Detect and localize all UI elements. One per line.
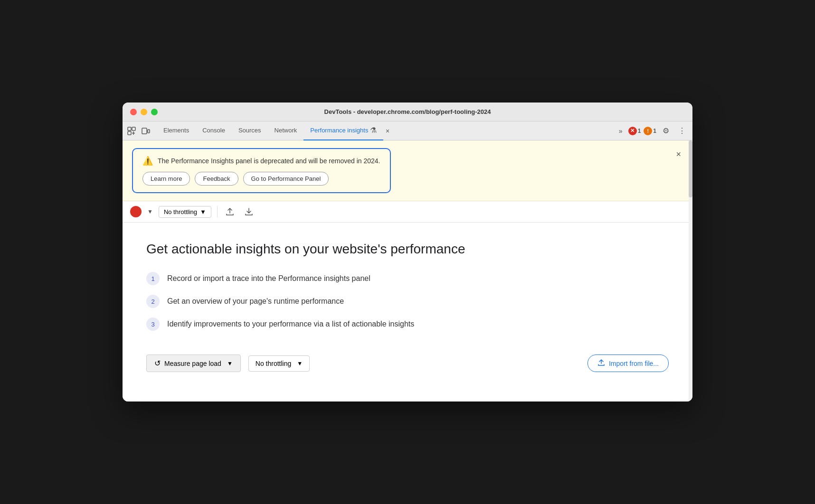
warning-triangle-icon: ⚠️ — [142, 156, 153, 166]
import-icon — [597, 359, 605, 368]
throttling-select-bottom[interactable]: No throttling ▼ — [248, 355, 310, 372]
step-number-1: 1 — [146, 272, 160, 285]
main-title: Get actionable insights on your website'… — [146, 242, 669, 257]
tab-performance-insights[interactable]: Performance insights ⚗ — [303, 121, 383, 140]
scrollbar-thumb[interactable] — [689, 140, 692, 197]
more-menu-button[interactable]: ⋮ — [675, 124, 689, 138]
step-number-3: 3 — [146, 317, 160, 331]
deprecation-banner: ⚠️ The Performance Insights panel is dep… — [123, 140, 692, 201]
step-text-3: Identify improvements to your performanc… — [167, 320, 414, 328]
import-from-file-button[interactable]: Import from file... — [588, 355, 669, 372]
devtools-icons — [126, 126, 151, 136]
error-icon: ✕ — [628, 127, 637, 135]
go-to-performance-panel-button[interactable]: Go to Performance Panel — [243, 172, 329, 186]
download-button[interactable] — [242, 205, 256, 218]
panel-content: ⚠️ The Performance Insights panel is dep… — [123, 140, 692, 401]
refresh-icon: ↺ — [154, 359, 161, 368]
tab-bar: Elements Console Sources Network Perform… — [123, 121, 692, 140]
feedback-button[interactable]: Feedback — [195, 172, 238, 186]
svg-rect-0 — [128, 127, 131, 131]
step-item-1: 1 Record or import a trace into the Perf… — [146, 272, 669, 285]
warning-badge-icon: ! — [644, 127, 652, 135]
panel-toolbar: ▼ No throttling ▼ — [123, 201, 692, 223]
step-item-2: 2 Get an overview of your page's runtime… — [146, 295, 669, 308]
settings-button[interactable]: ⚙ — [659, 124, 673, 138]
device-toggle-icon[interactable] — [141, 126, 151, 136]
record-dropdown-arrow[interactable]: ▼ — [147, 208, 153, 215]
tab-close-button[interactable]: × — [383, 127, 392, 135]
bottom-actions: ↺ Measure page load ▼ No throttling ▼ — [146, 355, 669, 372]
window-title: DevTools - developer.chrome.com/blog/per… — [324, 108, 491, 115]
banner-actions: Learn more Feedback Go to Performance Pa… — [142, 172, 380, 186]
banner-close-button[interactable]: × — [674, 148, 683, 160]
minimize-traffic-light[interactable] — [141, 109, 147, 115]
title-bar: DevTools - developer.chrome.com/blog/per… — [123, 103, 692, 121]
main-content: Get actionable insights on your website'… — [123, 223, 692, 391]
svg-rect-3 — [142, 128, 147, 134]
inspector-icon[interactable] — [126, 126, 137, 136]
svg-rect-1 — [132, 127, 135, 131]
throttling-arrow-icon: ▼ — [200, 208, 206, 215]
step-number-2: 2 — [146, 295, 160, 308]
svg-rect-4 — [148, 130, 150, 133]
tab-bar-right: » ✕ 1 ! 1 ⚙ ⋮ — [616, 124, 689, 138]
step-text-1: Record or import a trace into the Perfor… — [167, 274, 370, 283]
step-text-2: Get an overview of your page's runtime p… — [167, 297, 344, 306]
close-traffic-light[interactable] — [130, 109, 137, 115]
learn-more-button[interactable]: Learn more — [142, 172, 190, 186]
steps-list: 1 Record or import a trace into the Perf… — [146, 272, 669, 331]
banner-message: ⚠️ The Performance Insights panel is dep… — [142, 156, 380, 166]
performance-insights-icon: ⚗ — [370, 126, 377, 135]
error-badge-red[interactable]: ✕ 1 — [628, 127, 641, 135]
error-badge-orange[interactable]: ! 1 — [644, 127, 656, 135]
devtools-window: DevTools - developer.chrome.com/blog/per… — [123, 103, 692, 401]
tab-sources[interactable]: Sources — [232, 121, 268, 140]
measure-dropdown-arrow[interactable]: ▼ — [227, 360, 233, 367]
banner-highlighted-box: ⚠️ The Performance Insights panel is dep… — [132, 148, 391, 193]
traffic-lights — [130, 109, 158, 115]
record-button[interactable] — [130, 206, 142, 217]
scrollbar[interactable] — [689, 140, 692, 401]
toolbar-divider — [217, 206, 218, 217]
upload-button[interactable] — [223, 205, 237, 218]
throttling-bottom-arrow-icon: ▼ — [297, 360, 303, 367]
more-tabs-button[interactable]: » — [616, 125, 625, 137]
tab-console[interactable]: Console — [196, 121, 232, 140]
throttling-select[interactable]: No throttling ▼ — [159, 206, 211, 218]
measure-page-load-button[interactable]: ↺ Measure page load ▼ — [146, 355, 241, 372]
svg-rect-2 — [128, 131, 131, 135]
tab-elements[interactable]: Elements — [157, 121, 196, 140]
tab-network[interactable]: Network — [268, 121, 304, 140]
step-item-3: 3 Identify improvements to your performa… — [146, 317, 669, 331]
maximize-traffic-light[interactable] — [151, 109, 158, 115]
